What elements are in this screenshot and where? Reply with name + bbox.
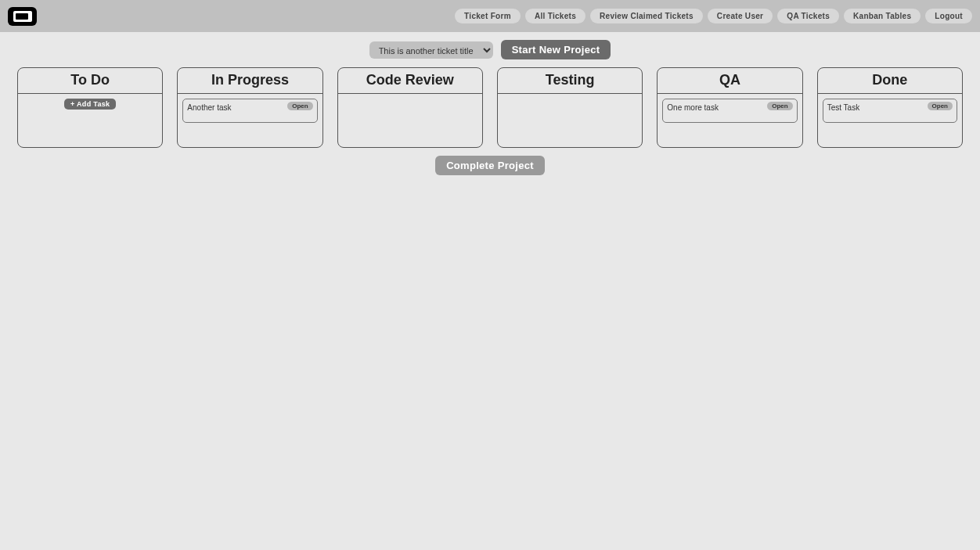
- footer-bar: Complete Project: [0, 148, 980, 183]
- project-toolbar: This is another ticket title Start New P…: [0, 32, 980, 67]
- column-testing: Testing: [497, 67, 643, 148]
- column-in-progress: In Progress Open Another task: [177, 67, 322, 148]
- column-qa: QA Open One more task: [657, 67, 802, 148]
- column-code-review: Code Review: [337, 67, 483, 148]
- task-title: Test Task: [827, 103, 953, 112]
- header-bar: Ticket Form All Tickets Review Claimed T…: [0, 0, 980, 32]
- nav-all-tickets[interactable]: All Tickets: [525, 9, 585, 23]
- column-body-qa: Open One more task: [658, 94, 802, 128]
- nav-qa-tickets[interactable]: QA Tickets: [777, 9, 839, 23]
- app-logo-icon[interactable]: [8, 7, 37, 26]
- column-header-done: Done: [818, 68, 962, 94]
- nav-kanban-tables[interactable]: Kanban Tables: [844, 9, 921, 23]
- column-body-todo: + Add Task: [18, 94, 162, 114]
- task-title: One more task: [667, 103, 792, 112]
- task-card[interactable]: Open Test Task: [823, 99, 957, 123]
- column-header-qa: QA: [658, 68, 802, 94]
- add-task-button[interactable]: + Add Task: [64, 99, 116, 110]
- column-header-todo: To Do: [18, 68, 162, 94]
- column-body-code-review: [338, 94, 482, 103]
- nav-button-group: Ticket Form All Tickets Review Claimed T…: [455, 9, 972, 23]
- complete-project-button[interactable]: Complete Project: [435, 156, 545, 175]
- start-new-project-button[interactable]: Start New Project: [501, 40, 611, 59]
- nav-create-user[interactable]: Create User: [708, 9, 773, 23]
- task-card[interactable]: Open One more task: [662, 99, 797, 123]
- column-header-in-progress: In Progress: [178, 68, 322, 94]
- column-todo: To Do + Add Task: [17, 67, 163, 148]
- column-body-testing: [498, 94, 642, 103]
- kanban-board: To Do + Add Task In Progress Open Anothe…: [0, 67, 980, 148]
- nav-review-claimed-tickets[interactable]: Review Claimed Tickets: [590, 9, 703, 23]
- column-header-code-review: Code Review: [338, 68, 482, 94]
- column-done: Done Open Test Task: [817, 67, 963, 148]
- nav-logout[interactable]: Logout: [925, 9, 972, 23]
- task-title: Another task: [187, 103, 312, 112]
- task-card[interactable]: Open Another task: [182, 99, 317, 123]
- column-body-done: Open Test Task: [818, 94, 962, 128]
- nav-ticket-form[interactable]: Ticket Form: [455, 9, 521, 23]
- project-select[interactable]: This is another ticket title: [369, 41, 493, 59]
- column-body-in-progress: Open Another task: [178, 94, 322, 128]
- column-header-testing: Testing: [498, 68, 642, 94]
